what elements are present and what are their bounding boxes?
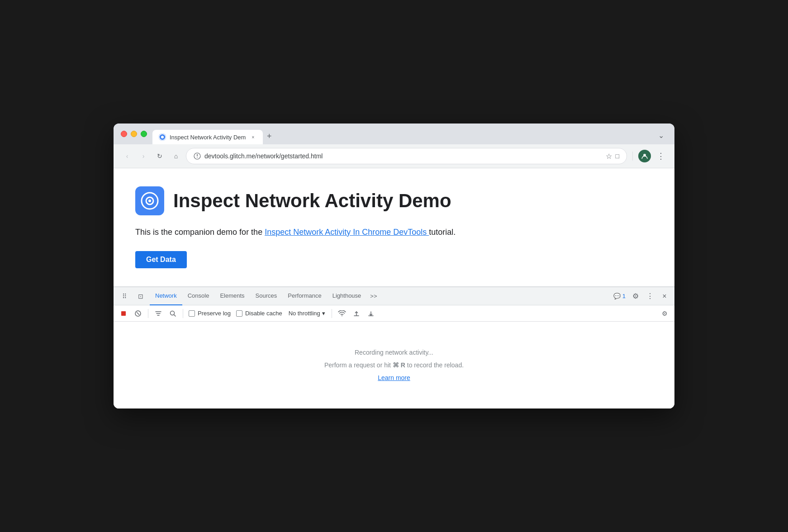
toolbar-divider-1 bbox=[148, 309, 148, 318]
reload-button[interactable]: ↻ bbox=[153, 150, 166, 162]
close-traffic-light[interactable] bbox=[121, 131, 127, 137]
svg-line-11 bbox=[137, 312, 139, 315]
traffic-lights bbox=[121, 131, 147, 142]
tab-list-chevron[interactable]: ⌄ bbox=[655, 129, 667, 142]
profile-avatar[interactable] bbox=[638, 150, 651, 162]
throttle-dropdown[interactable]: No throttling ▾ bbox=[286, 308, 328, 319]
nav-divider bbox=[632, 152, 633, 161]
browser-window: Inspect Network Activity Dem × + ⌄ ‹ › ↻… bbox=[114, 124, 674, 408]
tab-lighthouse[interactable]: Lighthouse bbox=[327, 287, 367, 305]
maximize-traffic-light[interactable] bbox=[141, 131, 147, 137]
security-icon bbox=[194, 152, 201, 160]
devtools-panel: ⠿ ⊡ Network Console Elements Sources Per… bbox=[114, 287, 674, 408]
record-stop-button[interactable] bbox=[117, 307, 130, 320]
page-description: This is the companion demo for the Inspe… bbox=[135, 226, 653, 238]
svg-point-8 bbox=[148, 200, 151, 202]
devtools-panel-selector[interactable]: ⠿ bbox=[117, 289, 132, 304]
search-button[interactable] bbox=[166, 307, 179, 320]
back-button[interactable]: ‹ bbox=[121, 150, 133, 162]
more-options-button[interactable]: ⋮ bbox=[655, 150, 667, 162]
page-title: Inspect Network Activity Demo bbox=[173, 190, 451, 212]
console-badge-icon: 💬 bbox=[613, 293, 621, 299]
tab-performance[interactable]: Performance bbox=[282, 287, 327, 305]
preserve-log-checkbox-box bbox=[189, 310, 195, 317]
console-badge-count: 1 bbox=[622, 293, 626, 299]
throttle-label: No throttling bbox=[289, 310, 320, 317]
more-tabs-button[interactable]: >> bbox=[366, 287, 380, 305]
tab-sources[interactable]: Sources bbox=[250, 287, 283, 305]
forward-button[interactable]: › bbox=[137, 150, 150, 162]
tab-close-button[interactable]: × bbox=[249, 133, 256, 141]
preserve-log-checkbox[interactable]: Preserve log bbox=[187, 310, 233, 317]
get-data-button[interactable]: Get Data bbox=[135, 251, 187, 268]
disable-cache-checkbox-box bbox=[236, 310, 242, 317]
disable-cache-checkbox[interactable]: Disable cache bbox=[234, 310, 284, 317]
description-prefix: This is the companion demo for the bbox=[135, 228, 265, 237]
devtools-settings-button[interactable]: ⚙ bbox=[629, 290, 642, 303]
bookmark-icon[interactable]: ☆ bbox=[606, 152, 612, 161]
tab-elements[interactable]: Elements bbox=[214, 287, 250, 305]
hint-text: Perform a request or hit ⌘ R to record t… bbox=[324, 361, 464, 369]
network-empty-state: Recording network activity... Perform a … bbox=[114, 322, 674, 408]
page-header: Inspect Network Activity Demo bbox=[135, 186, 653, 215]
svg-line-13 bbox=[174, 314, 176, 316]
svg-rect-9 bbox=[121, 311, 126, 316]
devtools-close-button[interactable]: × bbox=[658, 290, 671, 303]
clear-button[interactable] bbox=[132, 307, 144, 320]
address-bar[interactable]: devtools.glitch.me/network/getstarted.ht… bbox=[186, 148, 627, 164]
upload-har-button[interactable] bbox=[350, 307, 363, 320]
url-text: devtools.glitch.me/network/getstarted.ht… bbox=[204, 152, 602, 160]
svg-point-4 bbox=[197, 157, 198, 158]
toolbar-divider-2 bbox=[183, 309, 183, 318]
description-suffix: tutorial. bbox=[429, 228, 456, 237]
new-tab-button[interactable]: + bbox=[263, 130, 275, 142]
learn-more-link[interactable]: Learn more bbox=[378, 374, 410, 381]
devtools-action-buttons: ⚙ ⋮ × bbox=[629, 290, 671, 303]
tabs-area: Inspect Network Activity Dem × + ⌄ bbox=[152, 129, 667, 144]
tab-console[interactable]: Console bbox=[182, 287, 215, 305]
page-content: Inspect Network Activity Demo This is th… bbox=[114, 168, 674, 287]
home-button[interactable]: ⌂ bbox=[170, 150, 182, 162]
title-bar: Inspect Network Activity Dem × + ⌄ bbox=[114, 124, 674, 144]
console-badge[interactable]: 💬 1 bbox=[610, 291, 629, 301]
tab-favicon bbox=[159, 133, 166, 141]
page-logo bbox=[135, 186, 164, 215]
preserve-log-label: Preserve log bbox=[198, 310, 231, 317]
wifi-button[interactable] bbox=[336, 307, 348, 320]
throttle-dropdown-arrow: ▾ bbox=[322, 310, 325, 317]
devtools-kebab-button[interactable]: ⋮ bbox=[644, 290, 656, 303]
filter-button[interactable] bbox=[152, 307, 165, 320]
network-settings-button[interactable]: ⚙ bbox=[658, 307, 671, 320]
download-har-button[interactable] bbox=[365, 307, 377, 320]
disable-cache-label: Disable cache bbox=[245, 310, 282, 317]
network-toolbar: Preserve log Disable cache No throttling… bbox=[114, 305, 674, 322]
svg-point-1 bbox=[161, 136, 164, 138]
minimize-traffic-light[interactable] bbox=[131, 131, 137, 137]
active-tab[interactable]: Inspect Network Activity Dem × bbox=[152, 130, 263, 144]
tutorial-link[interactable]: Inspect Network Activity In Chrome DevTo… bbox=[265, 228, 429, 237]
nav-bar: ‹ › ↻ ⌂ devtools.glitch.me/network/getst… bbox=[114, 144, 674, 168]
devtools-device-toggle[interactable]: ⊡ bbox=[133, 289, 148, 304]
tab-title: Inspect Network Activity Dem bbox=[170, 134, 246, 141]
tab-network[interactable]: Network bbox=[150, 287, 182, 305]
recording-text: Recording network activity... bbox=[355, 349, 433, 356]
toolbar-divider-3 bbox=[332, 309, 332, 318]
extensions-icon[interactable]: □ bbox=[616, 152, 619, 160]
devtools-tab-bar: ⠿ ⊡ Network Console Elements Sources Per… bbox=[114, 287, 674, 305]
